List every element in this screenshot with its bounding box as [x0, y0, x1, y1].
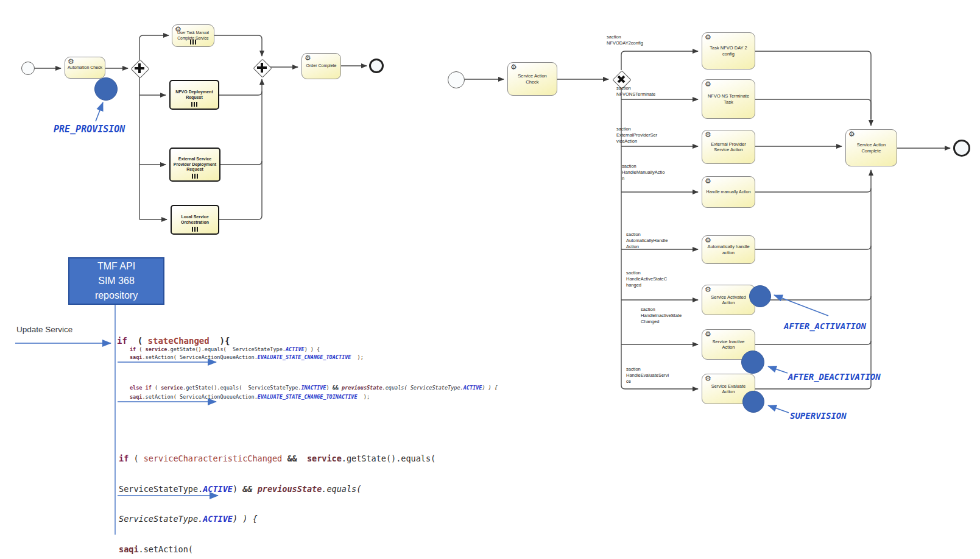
start-event-right[interactable] — [448, 71, 465, 88]
code-line: ServiceStateType.ACTIVE) ) { — [119, 514, 435, 525]
multi-instance-icon — [191, 102, 197, 107]
parallel-gateway-split-left[interactable] — [130, 59, 149, 77]
pre-provision-annotation: PRE_PROVISION — [54, 124, 125, 135]
service-task-gear-icon: ⚙ — [705, 375, 711, 382]
tmf-api-note-box[interactable]: TMF API SIM 368 repository — [68, 257, 164, 305]
task-label: Service Action Check — [516, 73, 548, 85]
update-service-label: Update Service — [16, 325, 72, 334]
code-characteristic-changed-block: if ( serviceCharacteristicChanged && ser… — [119, 434, 435, 559]
task-nfvo-deployment-request[interactable]: NFVO Deployment Request — [169, 80, 219, 110]
flow-label-nfvons-terminate: saction NFVONSTerminate — [616, 85, 655, 98]
flow-label-auto-handle: saction AutomaticallyHandle Action — [626, 232, 668, 250]
supervision-marker-circle[interactable] — [742, 391, 764, 413]
end-event-right[interactable] — [953, 140, 970, 157]
note-line: SIM 368 — [98, 274, 135, 288]
code-set-toactive: saqi.setAction( ServiceActionQueueAction… — [130, 354, 364, 360]
task-nfvo-day2-config[interactable]: ⚙ Task NFVO DAY 2 config — [702, 32, 755, 69]
service-task-gear-icon: ⚙ — [175, 26, 182, 33]
code-line: saqi.setAction( — [119, 544, 435, 555]
supervision-annotation: SUPERVISION — [790, 411, 847, 421]
task-label: NFVO Deployment Request — [174, 90, 214, 101]
flow-label-evaluate: saction HandleEvaluateServi ce — [626, 366, 669, 385]
parallel-gateway-join-left[interactable] — [253, 59, 271, 77]
parallel-gateway-icon — [130, 59, 149, 77]
after-activation-marker-circle[interactable] — [749, 285, 771, 307]
flow-label-inactive-state: saction HandleInactiveState Changed — [641, 307, 682, 325]
task-handle-manually-action[interactable]: ⚙ Handle manually Action — [702, 176, 755, 208]
task-label: Automatically handle action — [706, 244, 750, 255]
code-line: ServiceStateType.ACTIVE) && previousStat… — [119, 484, 435, 495]
service-task-gear-icon: ⚙ — [705, 286, 711, 293]
service-task-gear-icon: ⚙ — [705, 237, 711, 244]
task-automation-check[interactable]: ⚙ Automation Check — [65, 57, 105, 79]
task-local-service-orchestration[interactable]: Local Service Orchestration — [171, 205, 219, 235]
code-if-state-changed: if ( stateChanged ){ — [117, 336, 230, 346]
parallel-gateway-icon — [253, 59, 271, 77]
task-label: NFVO NS Terminate Task — [707, 93, 750, 105]
task-user-task-manual-complete[interactable]: ⚙ User Task Manual Complete Service — [172, 24, 214, 47]
bpmn-slide: ⚙ Automation Check PRE_PROVISION ⚙ User … — [0, 0, 980, 559]
task-label: Service Action Complete — [856, 142, 887, 154]
after-activation-annotation: AFTER_ACTIVATION — [784, 321, 866, 331]
task-automatically-handle-action[interactable]: ⚙ Automatically handle action — [702, 235, 755, 264]
service-task-gear-icon: ⚙ — [848, 130, 855, 138]
task-external-service-provider-deployment[interactable]: External Service Provider Deployment Req… — [169, 148, 220, 182]
code-else-if-inactive: else if ( service.getState().equals( Ser… — [130, 385, 498, 391]
task-service-action-complete[interactable]: ⚙ Service Action Complete — [845, 129, 897, 166]
multi-instance-icon — [192, 227, 198, 232]
task-external-provider-service-action[interactable]: ⚙ External Provider Service Action — [702, 130, 755, 164]
task-label: External Provider Service Action — [710, 141, 747, 153]
service-task-gear-icon: ⚙ — [705, 330, 711, 338]
task-label: Handle manually Action — [705, 190, 752, 195]
task-label: Service Activated Action — [710, 294, 747, 306]
service-task-gear-icon: ⚙ — [705, 80, 711, 88]
note-line: TMF API — [97, 259, 135, 274]
service-task-gear-icon: ⚙ — [705, 131, 711, 138]
code-set-toinactive: saqi.setAction( ServiceActionQueueAction… — [130, 394, 370, 400]
note-line: repository — [95, 288, 138, 303]
code-line: if ( serviceCharacteristicChanged && ser… — [119, 454, 435, 465]
task-label: Service Inactive Action — [711, 339, 746, 351]
task-label: Local Service Orchestration — [180, 215, 210, 226]
service-task-gear-icon: ⚙ — [305, 54, 311, 62]
task-label: Order Complete — [305, 63, 338, 69]
flow-label-external-provider: saction ExternalProviderSer viceAction — [616, 126, 657, 144]
service-task-gear-icon: ⚙ — [68, 58, 74, 65]
multi-instance-icon — [190, 40, 196, 45]
task-label: External Service Provider Deployment Req… — [172, 157, 217, 173]
code-if-active: if ( service.getState().equals( ServiceS… — [130, 346, 320, 352]
after-deactivation-annotation: AFTER_DEACTIVATION — [788, 372, 881, 382]
after-deactivation-marker-circle[interactable] — [741, 351, 764, 374]
end-event-left[interactable] — [369, 59, 384, 73]
task-label: Service Evaluate Action — [710, 383, 747, 395]
service-task-gear-icon: ⚙ — [510, 63, 517, 71]
flow-label-active-state: saction HandleActiveStateC hanged — [626, 270, 667, 288]
flow-label-nfvoday2: saction NFVODAY2config — [607, 34, 643, 46]
multi-instance-icon — [192, 174, 198, 179]
flow-label-handle-manually: saction HandleManuallyActio n — [622, 163, 664, 182]
pre-provision-marker-circle[interactable] — [94, 77, 118, 101]
task-label: Task NFVO DAY 2 config — [708, 45, 748, 57]
start-event-left[interactable] — [21, 62, 35, 75]
service-task-gear-icon: ⚙ — [705, 34, 711, 41]
task-nfvo-ns-terminate[interactable]: ⚙ NFVO NS Terminate Task — [702, 79, 755, 119]
task-service-action-check[interactable]: ⚙ Service Action Check — [507, 62, 557, 96]
task-service-activated-action[interactable]: ⚙ Service Activated Action — [702, 285, 755, 315]
task-order-complete[interactable]: ⚙ Order Complete — [301, 53, 341, 79]
service-task-gear-icon: ⚙ — [705, 177, 711, 185]
